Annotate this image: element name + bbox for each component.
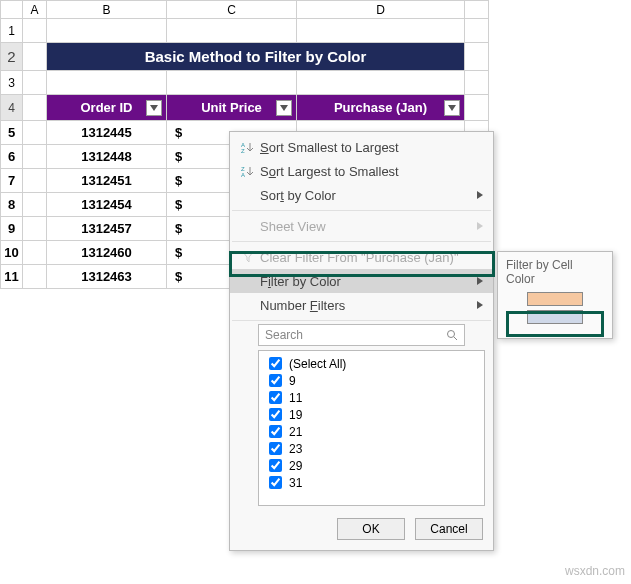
menu-clear-filter: Clear Filter From "Purchase (Jan)" bbox=[230, 245, 493, 269]
search-placeholder: Search bbox=[265, 328, 303, 342]
svg-point-4 bbox=[448, 331, 455, 338]
cell-order[interactable]: 1312463 bbox=[47, 265, 167, 289]
color-swatch-peach[interactable] bbox=[527, 292, 583, 306]
row-4[interactable]: 4 bbox=[1, 95, 23, 121]
cell-order[interactable]: 1312460 bbox=[47, 241, 167, 265]
watermark: wsxdn.com bbox=[565, 564, 625, 578]
cancel-button[interactable]: Cancel bbox=[415, 518, 483, 540]
menu-number-filters[interactable]: Number Filters bbox=[230, 293, 493, 317]
header-purchase: Purchase (Jan) bbox=[297, 95, 465, 121]
col-E[interactable] bbox=[465, 1, 489, 19]
column-header-row: A B C D bbox=[1, 1, 489, 19]
menu-label: Sort Largest to Smallest bbox=[260, 164, 399, 179]
menu-label: Clear Filter From "Purchase (Jan)" bbox=[260, 250, 459, 265]
cell-order[interactable]: 1312451 bbox=[47, 169, 167, 193]
col-A[interactable]: A bbox=[23, 1, 47, 19]
svg-text:A: A bbox=[241, 172, 245, 178]
color-swatch-lightblue[interactable] bbox=[527, 310, 583, 324]
menu-label: Filter by Color bbox=[260, 274, 341, 289]
menu-sort-desc[interactable]: ZA Sort Largest to Smallest bbox=[230, 159, 493, 183]
row-10[interactable]: 10 bbox=[1, 241, 23, 265]
check-item[interactable]: 21 bbox=[265, 423, 478, 440]
row-6[interactable]: 6 bbox=[1, 145, 23, 169]
filter-search-input[interactable]: Search bbox=[258, 324, 465, 346]
row-5[interactable]: 5 bbox=[1, 121, 23, 145]
row-8[interactable]: 8 bbox=[1, 193, 23, 217]
search-icon bbox=[446, 329, 458, 341]
row-1[interactable]: 1 bbox=[1, 19, 23, 43]
filter-dropdown-menu: AZ SSort Smallest to Largestort Smallest… bbox=[229, 131, 494, 551]
filter-button-price[interactable] bbox=[276, 100, 292, 116]
cell-order[interactable]: 1312448 bbox=[47, 145, 167, 169]
sort-asc-icon: AZ bbox=[236, 140, 260, 154]
submenu-title: Filter by Cell Color bbox=[506, 258, 604, 286]
check-item[interactable]: 11 bbox=[265, 389, 478, 406]
filter-value-list[interactable]: (Select All) 9 11 19 21 23 29 31 bbox=[258, 350, 485, 506]
clear-filter-icon bbox=[236, 250, 260, 264]
submenu-arrow-icon bbox=[477, 277, 483, 285]
page-title: Basic Method to Filter by Color bbox=[47, 43, 465, 71]
menu-label: Sheet View bbox=[260, 219, 326, 234]
svg-text:Z: Z bbox=[241, 148, 245, 154]
check-item[interactable]: 19 bbox=[265, 406, 478, 423]
menu-label: SSort Smallest to Largestort Smallest to… bbox=[260, 140, 399, 155]
filter-button-purchase[interactable] bbox=[444, 100, 460, 116]
col-D[interactable]: D bbox=[297, 1, 465, 19]
cell-order[interactable]: 1312445 bbox=[47, 121, 167, 145]
filter-button-order[interactable] bbox=[146, 100, 162, 116]
menu-label: Number Filters bbox=[260, 298, 345, 313]
submenu-arrow-icon bbox=[477, 222, 483, 230]
select-all-corner[interactable] bbox=[1, 1, 23, 19]
menu-sort-by-color[interactable]: Sort by Color bbox=[230, 183, 493, 207]
check-item[interactable]: 23 bbox=[265, 440, 478, 457]
cell-order[interactable]: 1312457 bbox=[47, 217, 167, 241]
row-2[interactable]: 2 bbox=[1, 43, 23, 71]
ok-button[interactable]: OK bbox=[337, 518, 405, 540]
svg-line-5 bbox=[454, 337, 457, 340]
row-3[interactable]: 3 bbox=[1, 71, 23, 95]
header-unit-price: Unit Price bbox=[167, 95, 297, 121]
header-order-id: Order ID bbox=[47, 95, 167, 121]
submenu-arrow-icon bbox=[477, 301, 483, 309]
menu-sheet-view: Sheet View bbox=[230, 214, 493, 238]
menu-filter-by-color[interactable]: Filter by Color bbox=[230, 269, 493, 293]
check-item[interactable]: 31 bbox=[265, 474, 478, 491]
check-select-all[interactable]: (Select All) bbox=[265, 355, 478, 372]
check-item[interactable]: 29 bbox=[265, 457, 478, 474]
cell-order[interactable]: 1312454 bbox=[47, 193, 167, 217]
sort-desc-icon: ZA bbox=[236, 164, 260, 178]
menu-label: Sort by Color bbox=[260, 188, 336, 203]
menu-sort-asc[interactable]: AZ SSort Smallest to Largestort Smallest… bbox=[230, 135, 493, 159]
row-7[interactable]: 7 bbox=[1, 169, 23, 193]
row-11[interactable]: 11 bbox=[1, 265, 23, 289]
filter-by-color-submenu: Filter by Cell Color bbox=[497, 251, 613, 339]
submenu-arrow-icon bbox=[477, 191, 483, 199]
check-item[interactable]: 9 bbox=[265, 372, 478, 389]
col-C[interactable]: C bbox=[167, 1, 297, 19]
row-9[interactable]: 9 bbox=[1, 217, 23, 241]
col-B[interactable]: B bbox=[47, 1, 167, 19]
